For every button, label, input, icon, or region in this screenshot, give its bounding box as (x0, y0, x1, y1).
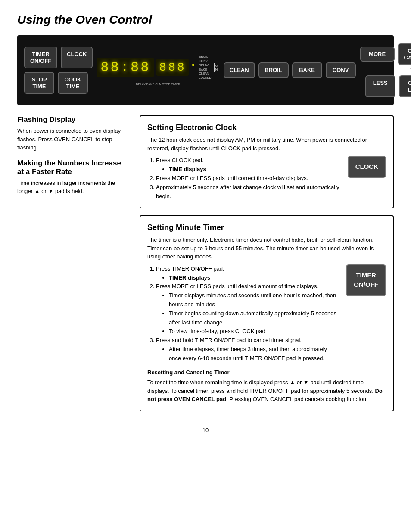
display-bottom-labels: DELAY BAKE CLN STOP TIMER (136, 83, 180, 86)
clean-button[interactable]: CLEAN (224, 62, 255, 78)
main-content-area: Flashing Display When power is connected… (17, 115, 394, 418)
making-numbers-body: Time increases in larger increments the … (17, 179, 129, 196)
setting-clock-intro: The 12 hour clock does not display AM, P… (147, 136, 386, 152)
resetting-title: Resetting and Canceling Timer (147, 368, 386, 377)
clock-step-1-bullets: TIME displays (169, 165, 341, 174)
timer-box-row: Press TIMER ON/OFF pad. TIMER displays P… (147, 264, 386, 363)
small-seg-display: 888 (156, 59, 188, 76)
resetting-body: To reset the time when remaining time is… (147, 378, 386, 404)
setting-clock-section: Setting Electronic Clock The 12 hour clo… (140, 115, 394, 208)
page-title: Using the Oven Control (17, 13, 394, 27)
timer-step-1: Press TIMER ON/OFF pad. TIMER displays (156, 264, 339, 283)
setting-timer-title: Setting Minute Timer (147, 223, 386, 232)
flashing-display-body: When power is connected to oven display … (17, 127, 129, 152)
clock-steps-list: Press CLOCK pad. TIME displays Press MOR… (156, 156, 341, 201)
timer-step-2-bullets: Timer displays minutes and seconds until… (169, 291, 339, 336)
stop-time-button[interactable]: STOP TIME (24, 72, 54, 94)
timer-step-3-bullet-1: After time elapses, timer beeps 3 times,… (169, 345, 339, 363)
setting-timer-body: The timer is a timer only. Electronic ti… (147, 236, 386, 403)
clock-steps-text: Press CLOCK pad. TIME displays Press MOR… (147, 156, 341, 201)
timer-step-2-bullet-3: To view time-of-day, press CLOCK pad (169, 327, 339, 336)
clock-step-3: Approximately 5 seconds after last chang… (156, 183, 341, 201)
timer-step-2: Press MORE or LESS pads until desired am… (156, 282, 339, 336)
making-numbers-title: Making the Numbers Increase at a Faster … (17, 159, 129, 176)
timer-step-2-bullet-2: Timer begins counting down automatically… (169, 309, 339, 327)
broil-button[interactable]: BROIL (258, 62, 289, 78)
timer-step-1-bullets: TIMER displays (169, 274, 339, 283)
making-numbers-section: Making the Numbers Increase at a Faster … (17, 159, 129, 196)
right-column: Setting Electronic Clock The 12 hour clo… (140, 115, 394, 418)
oven-light-button[interactable]: OVEN LIGHT (399, 75, 411, 97)
oven-control-panel: TIMER ON/OFF CLOCK STOP TIME COOK TIME 8… (17, 35, 394, 105)
timer-steps-list: Press TIMER ON/OFF pad. TIMER displays P… (156, 264, 339, 363)
bake-button[interactable]: BAKE (292, 62, 322, 78)
setting-timer-intro: The timer is a timer only. Electronic ti… (147, 236, 386, 261)
timer-mini-button[interactable]: TIMER ON/OFF (346, 264, 386, 296)
left-column: Flashing Display When power is connected… (17, 115, 129, 418)
clock-box-row: Press CLOCK pad. TIME displays Press MOR… (147, 156, 386, 201)
clock-mini-button[interactable]: CLOCK (348, 156, 386, 178)
timer-step-3-bullets: After time elapses, timer beeps 3 times,… (169, 345, 339, 363)
flashing-display-title: Flashing Display (17, 115, 129, 124)
panel-display-area: 88:88 888 ° BROIL CONV DELAY BAKE CLEAN … (97, 55, 219, 86)
cook-time-button[interactable]: COOK TIME (58, 72, 88, 94)
timer-on-off-button[interactable]: TIMER ON/OFF (24, 47, 57, 68)
clock-step-2: Press MORE or LESS pads until correct ti… (156, 174, 341, 183)
setting-timer-section: Setting Minute Timer The timer is a time… (140, 215, 394, 411)
main-seg-display: 88:88 (97, 58, 154, 77)
clock-step-1-bullet: TIME displays (169, 165, 341, 174)
less-button[interactable]: LESS (365, 75, 395, 97)
oven-cancel-button[interactable]: OVEN CANCEL (398, 43, 411, 65)
middle-buttons-row: CLEAN BROIL BAKE CONV (224, 62, 356, 78)
conv-button[interactable]: CONV (326, 62, 356, 78)
resetting-section: Resetting and Canceling Timer To reset t… (147, 368, 386, 404)
more-button[interactable]: MORE (360, 47, 395, 62)
flashing-display-section: Flashing Display When power is connected… (17, 115, 129, 152)
page-number: 10 (17, 427, 394, 433)
clock-step-1: Press CLOCK pad. TIME displays (156, 156, 341, 174)
timer-steps-text: Press TIMER ON/OFF pad. TIMER displays P… (147, 264, 339, 363)
clock-button-panel[interactable]: CLOCK (61, 47, 93, 68)
timer-step-3: Press and hold TIMER ON/OFF pad to cance… (156, 336, 339, 363)
panel-left-buttons: TIMER ON/OFF CLOCK STOP TIME COOK TIME (24, 47, 93, 94)
setting-clock-body: The 12 hour clock does not display AM, P… (147, 136, 386, 201)
timer-step-2-bullet-1: Timer displays minutes and seconds until… (169, 291, 339, 309)
panel-right-buttons: MORE OVEN CANCEL Time/Temp LESS OVEN LIG… (360, 43, 411, 97)
timer-step-1-bullet: TIMER displays (169, 274, 339, 283)
on-n-box: O N (214, 63, 219, 72)
indicator-box: BROIL CONV DELAY BAKE CLEAN LOCKED (199, 55, 212, 80)
setting-clock-title: Setting Electronic Clock (147, 123, 386, 132)
degree-symbol: ° (191, 62, 195, 72)
